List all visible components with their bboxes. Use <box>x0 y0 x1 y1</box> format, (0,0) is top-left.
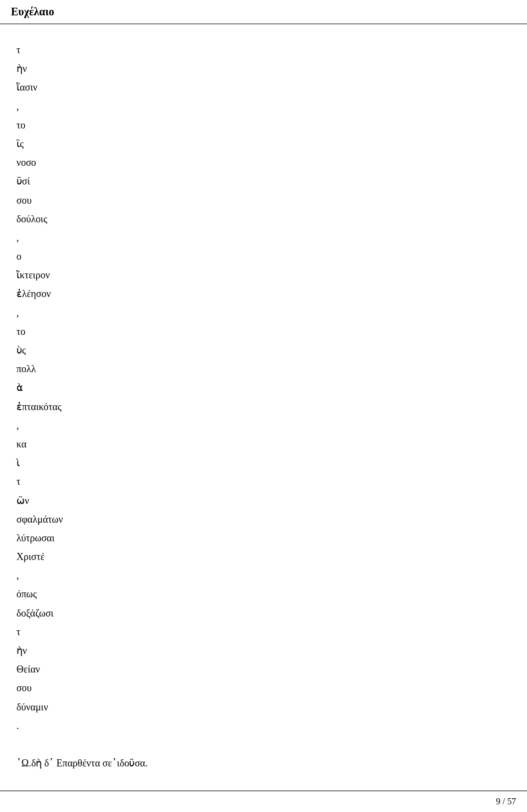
verse-line-5: το <box>16 116 511 135</box>
verse-line-37: . <box>16 716 511 735</box>
verse-line-7: νοσο <box>16 153 511 172</box>
verse-line-34: Θείαν <box>16 660 511 679</box>
verse-line-11: , <box>16 228 511 247</box>
verse-line-31: δοξάζωσι <box>16 604 511 623</box>
verse-line-17: ὺς <box>16 341 511 360</box>
verse-line-4: , <box>16 97 511 116</box>
verse-line-20: ἐπταικότας <box>16 397 511 416</box>
verse-line-23: ὶ <box>16 453 511 472</box>
footer: 9 / 57 <box>0 791 527 812</box>
verse-line-12: ο <box>16 247 511 266</box>
verse-line-24: τ <box>16 472 511 491</box>
ode-text: ᾿Ω.δὴ δ᾿ Επαρθέντα σε᾿ιδοῦσα. <box>16 757 511 769</box>
verse-line-8: ῦσί <box>16 172 511 191</box>
verse-line-27: λύτρωσαι <box>16 529 511 547</box>
verse-line-32: τ <box>16 623 511 641</box>
verse-line-6: ῖς <box>16 135 511 153</box>
verse-line-29: , <box>16 566 511 585</box>
verse-line-26: σφαλμάτων <box>16 510 511 529</box>
verse-line-14: ἐλέησον <box>16 284 511 303</box>
verse-line-1: τ <box>16 41 511 59</box>
page-title: Ευχέλαιο <box>11 5 54 18</box>
verse-line-9: σου <box>16 191 511 210</box>
verse-line-13: ἴκτειρον <box>16 266 511 284</box>
verse-line-19: ὰ <box>16 378 511 397</box>
verse-line-15: , <box>16 304 511 322</box>
verse-line-35: σου <box>16 679 511 697</box>
verse-line-10: δούλοις <box>16 210 511 228</box>
verse-line-22: κα <box>16 435 511 453</box>
page-number: 9 / 57 <box>496 797 516 807</box>
verse-line-3: ἴασιν <box>16 78 511 97</box>
verse-line-18: πολλ <box>16 360 511 378</box>
verse-section: τ ὴν ἴασιν , το ῖς νοσο ῦσί σου δούλοις … <box>16 41 511 735</box>
verse-line-25: ῶν <box>16 491 511 510</box>
verse-line-21: , <box>16 416 511 435</box>
verse-line-2: ὴν <box>16 59 511 78</box>
verse-line-28: Χριστέ <box>16 547 511 566</box>
verse-line-33: ὴν <box>16 641 511 660</box>
verse-line-16: το <box>16 322 511 341</box>
verse-line-36: δύναμιν <box>16 698 511 716</box>
ode-section: ᾿Ω.δὴ δ᾿ Επαρθέντα σε᾿ιδοῦσα. <box>16 757 511 769</box>
verse-line-30: όπως <box>16 585 511 603</box>
